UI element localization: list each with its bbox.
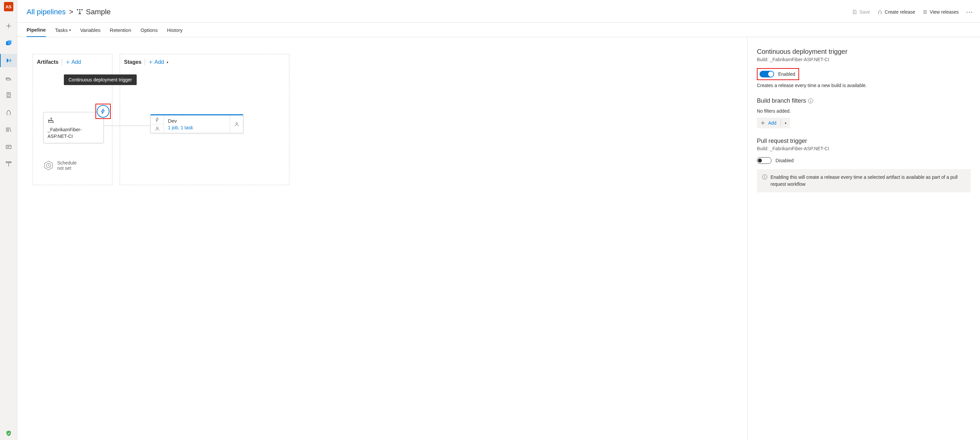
svg-point-13	[236, 122, 237, 124]
rail-pipelines-icon[interactable]	[0, 54, 17, 67]
pr-enabled-toggle[interactable]	[757, 157, 772, 164]
rail-boards-icon[interactable]	[0, 37, 17, 50]
rail-shield-icon[interactable]	[0, 427, 17, 440]
plus-icon	[760, 120, 765, 125]
rocket-icon	[877, 9, 883, 14]
pipeline-canvas: Artifacts Add Stages	[17, 37, 747, 440]
save-button: Save	[852, 9, 870, 14]
svg-rect-5	[8, 162, 9, 163]
schedule-card[interactable]: Schedule not set	[43, 160, 76, 171]
cd-enabled-label: Enabled	[778, 71, 795, 77]
tab-pipeline[interactable]: Pipeline	[27, 22, 46, 37]
tab-tasks[interactable]: Tasks▾	[55, 22, 71, 37]
details-panel: Continuous deployment trigger Build: _Fa…	[747, 37, 980, 440]
lightning-icon	[100, 108, 106, 114]
add-filter-button[interactable]: Add ▾	[757, 118, 790, 128]
branch-filters-heading: Build branch filters	[757, 97, 806, 104]
rail-add-icon[interactable]	[0, 19, 17, 33]
plus-icon	[148, 60, 153, 65]
cd-helper-text: Creates a release every time a new build…	[757, 83, 971, 88]
schedule-status: not set	[57, 165, 76, 171]
lightning-icon	[154, 117, 160, 122]
no-filters-text: No filters added.	[757, 108, 971, 114]
rail-server-icon[interactable]	[0, 88, 17, 102]
svg-rect-8	[80, 9, 81, 10]
person-icon	[154, 126, 160, 131]
list-icon	[923, 9, 928, 14]
plus-icon	[65, 60, 70, 65]
page-title: Sample	[86, 8, 111, 16]
pr-info-box: i Enabling this will create a release ev…	[757, 169, 971, 192]
breadcrumb: All pipelines > Sample	[27, 8, 849, 16]
pr-build-label: Build: _FabrikamFiber-ASP.NET-CI	[757, 146, 971, 151]
pr-disabled-label: Disabled	[775, 158, 794, 163]
view-releases-button[interactable]: View releases	[923, 9, 959, 14]
info-icon[interactable]: i	[808, 98, 813, 103]
info-icon: i	[762, 175, 767, 179]
svg-rect-1	[7, 41, 11, 44]
create-release-button[interactable]: Create release	[877, 9, 915, 14]
chevron-down-icon: ▾	[69, 28, 71, 32]
svg-point-12	[156, 127, 158, 129]
cd-trigger-heading: Continuous deployment trigger	[757, 48, 971, 56]
tab-history[interactable]: History	[167, 22, 183, 37]
stage-predeploy-button[interactable]	[151, 115, 164, 124]
svg-rect-4	[6, 162, 7, 163]
schedule-label: Schedule	[57, 160, 76, 165]
rail-taskgroups-icon[interactable]	[0, 140, 17, 154]
svg-rect-6	[10, 162, 11, 163]
rail-deployment-groups-icon[interactable]	[0, 157, 17, 171]
pr-trigger-heading: Pull request trigger	[757, 138, 971, 145]
clock-hexagon-icon	[43, 160, 54, 171]
pr-info-text: Enabling this will create a release ever…	[770, 174, 966, 188]
tabs: Pipeline Tasks▾ Variables Retention Opti…	[17, 22, 980, 37]
cd-build-label: Build: _FabrikamFiber-ASP.NET-CI	[757, 57, 971, 62]
save-icon	[852, 9, 857, 14]
person-icon	[234, 122, 239, 127]
tab-variables[interactable]: Variables	[80, 22, 100, 37]
stage-card[interactable]: Dev 1 job, 1 task	[150, 114, 243, 133]
stage-approver-button[interactable]	[151, 124, 164, 133]
chevron-down-icon: ▾	[167, 60, 168, 64]
tab-options[interactable]: Options	[141, 22, 158, 37]
rail-factory-icon[interactable]	[0, 71, 17, 84]
artifact-name: _FabrikamFiber-ASP.NET-CI	[48, 127, 99, 140]
left-nav-rail: AS	[0, 0, 17, 440]
more-actions-button[interactable]: ⋯	[966, 8, 974, 16]
cd-enabled-toggle[interactable]	[759, 71, 774, 78]
add-artifact-button[interactable]: Add	[65, 59, 81, 65]
stage-postdeploy-button[interactable]	[230, 115, 243, 133]
chevron-right-icon: >	[69, 8, 73, 16]
highlight-box: Enabled	[757, 68, 799, 80]
stage-name: Dev	[168, 118, 226, 124]
tooltip: Continuous deployment trigger	[64, 75, 137, 85]
svg-rect-2	[7, 93, 10, 97]
svg-rect-7	[77, 9, 78, 10]
stage-tasks-link[interactable]: 1 job, 1 task	[168, 125, 226, 130]
svg-rect-9	[81, 9, 83, 10]
breadcrumb-root[interactable]: All pipelines	[27, 8, 65, 16]
connector-line	[104, 125, 150, 126]
page-header: All pipelines > Sample Save Create relea…	[17, 0, 980, 22]
rail-rocket-icon[interactable]	[0, 106, 17, 119]
tab-retention[interactable]: Retention	[110, 22, 131, 37]
svg-rect-3	[6, 145, 11, 149]
rail-library-icon[interactable]	[0, 123, 17, 136]
artifacts-heading: Artifacts	[37, 59, 59, 65]
cd-trigger-button[interactable]	[97, 105, 110, 118]
add-stage-button[interactable]: Add ▾	[148, 59, 168, 65]
stages-heading: Stages	[124, 59, 141, 65]
build-icon	[48, 116, 55, 124]
artifact-card[interactable]: _FabrikamFiber-ASP.NET-CI	[43, 112, 104, 143]
avatar[interactable]: AS	[4, 2, 13, 11]
pipeline-icon	[76, 9, 83, 15]
chevron-down-icon: ▾	[785, 121, 786, 125]
